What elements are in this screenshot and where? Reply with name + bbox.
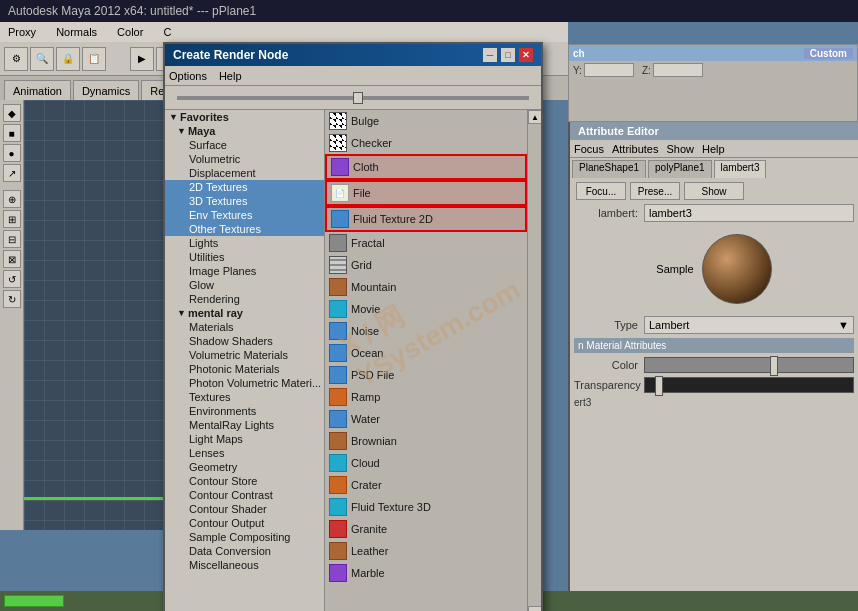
texture-item-18[interactable]: Granite xyxy=(325,518,527,540)
transparency-swatch[interactable] xyxy=(644,377,854,393)
left-panel-item-29[interactable]: Contour Output xyxy=(165,516,324,530)
left-panel-item-2[interactable]: Surface xyxy=(165,138,324,152)
sidebar-icon-10[interactable]: ↻ xyxy=(3,290,21,308)
menu-c[interactable]: C xyxy=(159,24,175,40)
left-panel-item-13[interactable]: Rendering xyxy=(165,292,324,306)
left-panel-item-30[interactable]: Sample Compositing xyxy=(165,530,324,544)
sidebar-icon-1[interactable]: ◆ xyxy=(3,104,21,122)
color-slider[interactable] xyxy=(770,356,778,376)
left-panel-item-32[interactable]: Miscellaneous xyxy=(165,558,324,572)
search-handle[interactable] xyxy=(353,92,363,104)
dialog-minimize-btn[interactable]: ─ xyxy=(483,48,497,62)
texture-item-15[interactable]: Cloud xyxy=(325,452,527,474)
texture-item-3[interactable]: 📄File xyxy=(325,180,527,206)
sidebar-icon-4[interactable]: ↗ xyxy=(3,164,21,182)
attr-menu-focus[interactable]: Focus xyxy=(574,143,604,155)
texture-item-2[interactable]: Cloth xyxy=(325,154,527,180)
y-input[interactable] xyxy=(584,63,634,77)
dialog-menu-help[interactable]: Help xyxy=(219,70,242,82)
right-panel-scrollbar[interactable]: ▲ ▼ xyxy=(527,110,541,611)
left-panel-item-19[interactable]: Photon Volumetric Materi... xyxy=(165,376,324,390)
toolbar-btn-2[interactable]: 🔍 xyxy=(30,47,54,71)
node-tab-planeshape[interactable]: PlaneShape1 xyxy=(572,160,646,178)
left-panel-item-12[interactable]: Glow xyxy=(165,278,324,292)
left-panel-item-7[interactable]: Env Textures xyxy=(165,208,324,222)
texture-item-10[interactable]: Ocean xyxy=(325,342,527,364)
left-panel-item-4[interactable]: Displacement xyxy=(165,166,324,180)
sidebar-icon-3[interactable]: ● xyxy=(3,144,21,162)
attr-menu-attributes[interactable]: Attributes xyxy=(612,143,658,155)
scroll-down-btn[interactable]: ▼ xyxy=(528,606,541,611)
left-panel-item-18[interactable]: Photonic Materials xyxy=(165,362,324,376)
left-panel-item-16[interactable]: Shadow Shaders xyxy=(165,334,324,348)
left-panel-item-8[interactable]: Other Textures xyxy=(165,222,324,236)
left-panel-item-6[interactable]: 3D Textures xyxy=(165,194,324,208)
left-panel-item-25[interactable]: Geometry xyxy=(165,460,324,474)
texture-item-11[interactable]: PSD File xyxy=(325,364,527,386)
sidebar-icon-7[interactable]: ⊟ xyxy=(3,230,21,248)
channel-custom-tab[interactable]: Custom xyxy=(804,48,853,59)
texture-item-1[interactable]: Checker xyxy=(325,132,527,154)
node-tab-polyplane[interactable]: polyPlane1 xyxy=(648,160,711,178)
texture-item-13[interactable]: Water xyxy=(325,408,527,430)
sidebar-icon-6[interactable]: ⊞ xyxy=(3,210,21,228)
texture-item-16[interactable]: Crater xyxy=(325,474,527,496)
left-panel-item-9[interactable]: Lights xyxy=(165,236,324,250)
z-input[interactable] xyxy=(653,63,703,77)
texture-item-7[interactable]: Mountain xyxy=(325,276,527,298)
left-panel-item-14[interactable]: ▼mental ray xyxy=(165,306,324,320)
scroll-up-btn[interactable]: ▲ xyxy=(528,110,541,124)
left-panel-item-27[interactable]: Contour Contrast xyxy=(165,488,324,502)
texture-item-4[interactable]: Fluid Texture 2D xyxy=(325,206,527,232)
preset-button[interactable]: Prese... xyxy=(630,182,680,200)
sidebar-icon-5[interactable]: ⊕ xyxy=(3,190,21,208)
toolbar-btn-5[interactable]: ▶ xyxy=(130,47,154,71)
texture-item-0[interactable]: Bulge xyxy=(325,110,527,132)
left-panel-item-1[interactable]: ▼Maya xyxy=(165,124,324,138)
color-swatch[interactable] xyxy=(644,357,854,373)
sidebar-icon-9[interactable]: ↺ xyxy=(3,270,21,288)
left-panel-item-26[interactable]: Contour Store xyxy=(165,474,324,488)
transparency-slider[interactable] xyxy=(655,376,663,396)
left-panel-item-21[interactable]: Environments xyxy=(165,404,324,418)
left-panel-item-5[interactable]: 2D Textures xyxy=(165,180,324,194)
left-panel-item-17[interactable]: Volumetric Materials xyxy=(165,348,324,362)
texture-item-6[interactable]: Grid xyxy=(325,254,527,276)
toolbar-btn-1[interactable]: ⚙ xyxy=(4,47,28,71)
dialog-maximize-btn[interactable]: □ xyxy=(501,48,515,62)
left-panel-item-28[interactable]: Contour Shader xyxy=(165,502,324,516)
left-panel-item-23[interactable]: Light Maps xyxy=(165,432,324,446)
left-panel-item-3[interactable]: Volumetric xyxy=(165,152,324,166)
dialog-close-btn[interactable]: ✕ xyxy=(519,48,533,62)
node-tab-lambert[interactable]: lambert3 xyxy=(714,160,767,178)
left-panel-item-10[interactable]: Utilities xyxy=(165,250,324,264)
texture-item-8[interactable]: Movie xyxy=(325,298,527,320)
menu-normals[interactable]: Normals xyxy=(52,24,101,40)
show-button[interactable]: Show xyxy=(684,182,744,200)
sidebar-icon-8[interactable]: ⊠ xyxy=(3,250,21,268)
texture-item-12[interactable]: Ramp xyxy=(325,386,527,408)
focus-button[interactable]: Focu... xyxy=(576,182,626,200)
left-panel-item-20[interactable]: Textures xyxy=(165,390,324,404)
left-panel-item-11[interactable]: Image Planes xyxy=(165,264,324,278)
sidebar-icon-2[interactable]: ■ xyxy=(3,124,21,142)
menu-color[interactable]: Color xyxy=(113,24,147,40)
attr-menu-help[interactable]: Help xyxy=(702,143,725,155)
attr-menu-show[interactable]: Show xyxy=(666,143,694,155)
toolbar-btn-3[interactable]: 🔒 xyxy=(56,47,80,71)
tab-dynamics[interactable]: Dynamics xyxy=(73,80,139,100)
menu-proxy[interactable]: Proxy xyxy=(4,24,40,40)
texture-item-14[interactable]: Brownian xyxy=(325,430,527,452)
type-select[interactable]: Lambert ▼ xyxy=(644,316,854,334)
texture-item-20[interactable]: Marble xyxy=(325,562,527,584)
left-panel-item-0[interactable]: ▼Favorites xyxy=(165,110,324,124)
left-panel-item-22[interactable]: MentalRay Lights xyxy=(165,418,324,432)
tab-animation[interactable]: Animation xyxy=(4,80,71,100)
toolbar-btn-4[interactable]: 📋 xyxy=(82,47,106,71)
texture-item-17[interactable]: Fluid Texture 3D xyxy=(325,496,527,518)
scroll-track[interactable] xyxy=(528,124,541,606)
dialog-menu-options[interactable]: Options xyxy=(169,70,207,82)
left-panel-item-24[interactable]: Lenses xyxy=(165,446,324,460)
texture-item-19[interactable]: Leather xyxy=(325,540,527,562)
left-panel-item-31[interactable]: Data Conversion xyxy=(165,544,324,558)
